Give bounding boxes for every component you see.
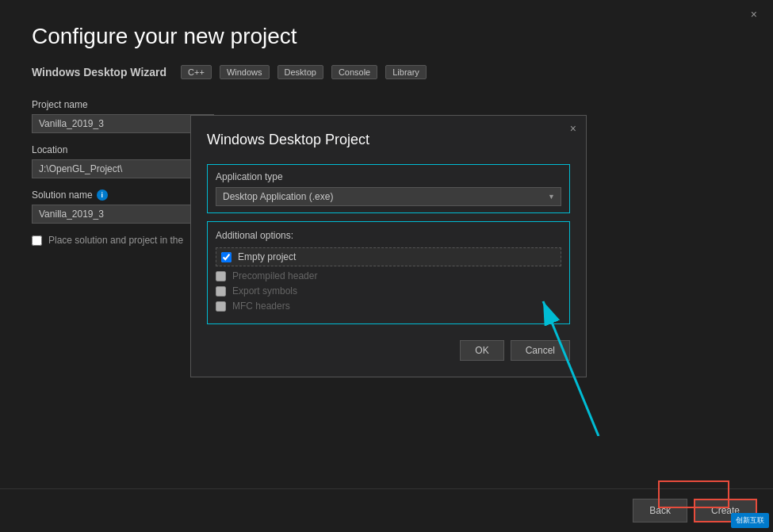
modal-dialog: × Windows Desktop Project Application ty… bbox=[190, 115, 587, 377]
additional-options-label: Additional options: bbox=[216, 230, 561, 241]
tag-windows[interactable]: Windows bbox=[220, 65, 270, 79]
export-symbols-row: Export symbols bbox=[216, 285, 561, 297]
mfc-headers-label: MFC headers bbox=[232, 300, 290, 312]
export-symbols-checkbox[interactable] bbox=[216, 286, 226, 297]
wizard-title: Windows Desktop Wizard bbox=[32, 66, 166, 78]
modal-ok-button[interactable]: OK bbox=[460, 340, 503, 361]
modal-title: Windows Desktop Project bbox=[207, 132, 570, 148]
precompiled-header-checkbox[interactable] bbox=[216, 271, 226, 281]
precompiled-header-row: Precompiled header bbox=[216, 270, 561, 281]
bottom-bar: Back Create bbox=[0, 488, 773, 532]
application-type-section: Application type Desktop Application (.e… bbox=[207, 164, 570, 213]
solution-name-info-icon[interactable]: i bbox=[97, 189, 108, 201]
tag-library[interactable]: Library bbox=[385, 65, 427, 79]
main-container: Configure your new project Windows Deskt… bbox=[0, 0, 773, 532]
empty-project-label: Empty project bbox=[238, 251, 296, 262]
mfc-headers-row: MFC headers bbox=[216, 300, 561, 312]
export-symbols-label: Export symbols bbox=[232, 285, 297, 297]
modal-buttons: OK Cancel bbox=[207, 340, 570, 361]
back-button[interactable]: Back bbox=[633, 499, 687, 522]
application-type-label: Application type bbox=[216, 171, 561, 182]
application-type-select[interactable]: Desktop Application (.exe)Console Applic… bbox=[216, 187, 561, 206]
modal-close-button[interactable]: × bbox=[570, 122, 576, 135]
precompiled-header-label: Precompiled header bbox=[232, 270, 317, 281]
project-name-input[interactable] bbox=[32, 114, 214, 133]
location-input[interactable] bbox=[32, 159, 214, 178]
mfc-headers-checkbox[interactable] bbox=[216, 301, 226, 312]
wizard-header: Windows Desktop Wizard C++ Windows Deskt… bbox=[32, 65, 741, 79]
tag-desktop[interactable]: Desktop bbox=[277, 65, 323, 79]
watermark: 创新互联 bbox=[731, 513, 769, 528]
tag-console[interactable]: Console bbox=[331, 65, 377, 79]
place-solution-label: Place solution and project in the bbox=[48, 235, 183, 246]
page-title: Configure your new project bbox=[32, 24, 741, 49]
place-solution-checkbox[interactable] bbox=[32, 235, 42, 246]
solution-name-input[interactable] bbox=[32, 205, 214, 224]
tag-cpp[interactable]: C++ bbox=[181, 65, 212, 79]
empty-project-row: Empty project bbox=[216, 247, 561, 266]
empty-project-checkbox[interactable] bbox=[221, 252, 232, 262]
modal-cancel-button[interactable]: Cancel bbox=[511, 340, 570, 361]
project-name-label: Project name bbox=[32, 99, 741, 110]
additional-options-section: Additional options: Empty project Precom… bbox=[207, 221, 570, 324]
application-type-select-wrapper: Desktop Application (.exe)Console Applic… bbox=[216, 187, 561, 206]
